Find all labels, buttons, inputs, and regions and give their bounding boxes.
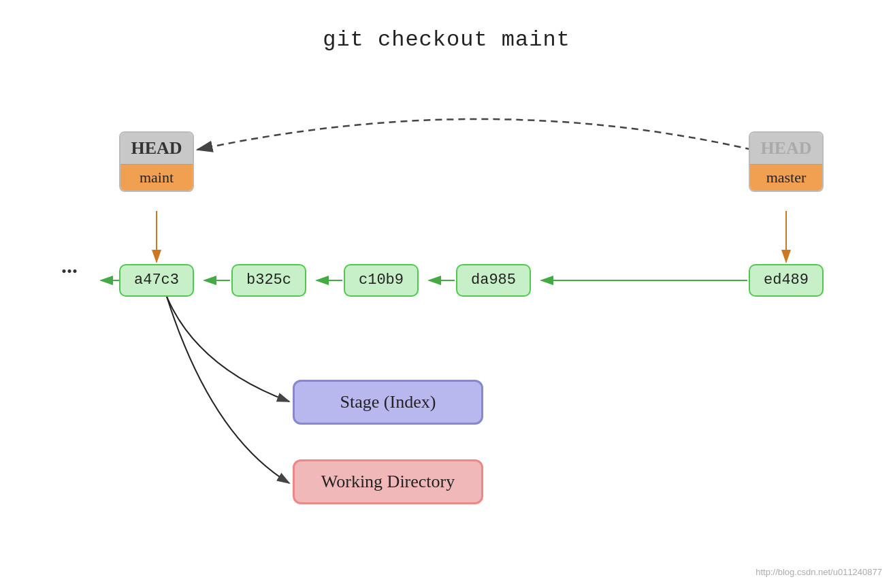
page-title: git checkout maint — [0, 0, 893, 52]
commit-b325c: b325c — [231, 264, 306, 297]
stage-index-box: Stage (Index) — [293, 380, 483, 425]
commit-c10b9: c10b9 — [344, 264, 419, 297]
working-directory-box: Working Directory — [293, 459, 483, 504]
commit-a47c3: a47c3 — [119, 264, 194, 297]
head-right-box: HEAD master — [749, 131, 824, 192]
head-right-label: HEAD — [750, 133, 822, 164]
commit-da985: da985 — [456, 264, 531, 297]
head-left-branch: maint — [120, 164, 193, 191]
commit-ed489: ed489 — [749, 264, 824, 297]
ellipsis-dots: ··· — [61, 259, 78, 284]
head-left-box: HEAD maint — [119, 131, 194, 192]
watermark: http://blog.csdn.net/u011240877 — [756, 567, 882, 577]
head-right-branch: master — [750, 164, 822, 191]
head-left-label: HEAD — [120, 133, 193, 164]
